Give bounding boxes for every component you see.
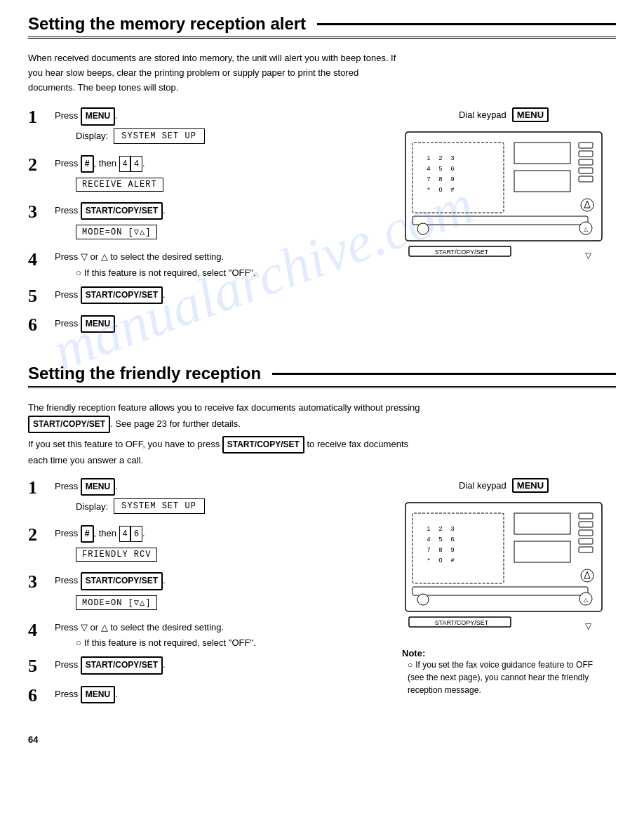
step-2-num: 2 — [28, 155, 49, 176]
s2-step-1-content: Press MENU. Display: SYSTEM SET UP — [55, 478, 377, 517]
s2-step-4-num: 4 — [28, 621, 49, 641]
s2-step-3: 3 Press START/COPY/SET. MODE=ON [▽△] — [28, 572, 377, 611]
s2-step-1: 1 Press MENU. Display: SYSTEM SET UP — [28, 478, 377, 517]
step-1-num: 1 — [28, 107, 49, 128]
menu-key-2[interactable]: MENU — [81, 315, 115, 333]
step-4-note: If this feature is not required, select … — [76, 267, 377, 278]
step-5-num: 5 — [28, 286, 49, 307]
s2-step-4-note: If this feature is not required, select … — [76, 637, 377, 648]
svg-rect-14 — [514, 143, 570, 164]
s2-display-label-1: Display: — [76, 501, 108, 512]
fax-diagram-1: 1 2 3 4 5 6 7 8 9 * 0 # — [402, 128, 605, 269]
section1: Setting the memory reception alert When … — [28, 14, 616, 344]
s2-step-4-content: Press ▽ or △ to select the desired setti… — [55, 621, 377, 649]
s2-key-4[interactable]: 4 — [119, 526, 131, 542]
s2-display-box-1: SYSTEM SET UP — [114, 498, 205, 514]
hash-key-1[interactable]: # — [81, 155, 94, 173]
svg-rect-51 — [514, 541, 570, 562]
s2-step-6-num: 6 — [28, 686, 49, 706]
s2-step-4: 4 Press ▽ or △ to select the desired set… — [28, 621, 377, 649]
s2-step-1-text: Press MENU. — [55, 478, 377, 496]
svg-text:▽: ▽ — [585, 251, 592, 260]
s2-step-1-display: Display: SYSTEM SET UP — [76, 498, 377, 514]
svg-text:5: 5 — [438, 165, 442, 172]
step-2: 2 Press #, then 44. RECEIVE ALERT — [28, 155, 377, 194]
fax-diagram-2: 1 2 3 4 5 6 7 8 9 * 0 # — [402, 499, 605, 640]
svg-text:2: 2 — [438, 154, 442, 161]
s2-menu-key-2[interactable]: MENU — [81, 686, 115, 703]
s2-display-box-3: MODE=ON [▽△] — [76, 595, 157, 610]
section1-title: Setting the memory reception alert — [28, 14, 616, 39]
svg-text:△: △ — [584, 597, 589, 603]
section2-intro2: If you set this feature to OFF, you have… — [28, 436, 421, 468]
step-1-display: Display: SYSTEM SET UP — [76, 128, 377, 144]
dial-keypad-label-1: Dial keypad — [459, 110, 507, 120]
svg-text:*: * — [427, 557, 430, 564]
step-3-text: Press START/COPY/SET. — [55, 202, 377, 220]
svg-text:0: 0 — [438, 186, 442, 193]
s2-step-5-num: 5 — [28, 656, 49, 677]
section2: Setting the friendly reception The frien… — [28, 364, 616, 715]
svg-text:8: 8 — [438, 176, 442, 183]
start-key-intro2: START/COPY/SET — [222, 436, 304, 454]
s2-step-6-content: Press MENU. — [55, 686, 377, 706]
svg-rect-17 — [579, 159, 593, 165]
svg-text:1: 1 — [427, 525, 430, 532]
svg-rect-20 — [514, 171, 570, 192]
s2-step-2-content: Press #, then 46. FRIENDLY RCV — [55, 525, 377, 564]
svg-text:3: 3 — [450, 154, 454, 161]
section2-note: Note: If you set the fax voice guidance … — [402, 648, 605, 696]
svg-rect-16 — [579, 151, 593, 157]
menu-diagram-key-2: MENU — [512, 478, 549, 493]
s2-step-3-num: 3 — [28, 572, 49, 593]
s2-menu-key-1[interactable]: MENU — [81, 478, 115, 496]
step-6-num: 6 — [28, 315, 49, 336]
svg-rect-18 — [579, 168, 593, 173]
s2-hash-key[interactable]: # — [81, 525, 94, 543]
section2-title: Setting the friendly reception — [28, 364, 616, 388]
key-4b[interactable]: 4 — [130, 156, 142, 172]
s2-step-3-content: Press START/COPY/SET. MODE=ON [▽△] — [55, 572, 377, 611]
svg-rect-46 — [579, 513, 593, 519]
svg-text:4: 4 — [427, 165, 430, 172]
step-6-text: Press MENU. — [55, 315, 377, 333]
svg-text:START/COPY/SET: START/COPY/SET — [435, 249, 489, 256]
svg-rect-47 — [579, 522, 593, 527]
dial-keypad-label-2: Dial keypad — [459, 480, 507, 491]
display-box-3: MODE=ON [▽△] — [76, 225, 157, 239]
s2-key-6[interactable]: 6 — [130, 526, 142, 542]
diagram-label-1: Dial keypad MENU — [459, 107, 549, 122]
step-6: 6 Press MENU. — [28, 315, 377, 336]
svg-text:*: * — [427, 186, 430, 193]
section2-diagram: Dial keypad MENU 1 2 3 4 5 6 7 8 9 * 0 # — [391, 478, 616, 715]
key-4a[interactable]: 4 — [119, 156, 131, 172]
step-5: 5 Press START/COPY/SET. — [28, 286, 377, 307]
step-3-num: 3 — [28, 202, 49, 223]
s2-step-2-num: 2 — [28, 525, 49, 545]
svg-text:8: 8 — [438, 546, 442, 553]
start-copy-set-key-2[interactable]: START/COPY/SET — [81, 286, 163, 304]
svg-rect-45 — [514, 513, 570, 534]
press-label: Press — [55, 110, 81, 121]
svg-rect-15 — [579, 143, 593, 148]
svg-text:4: 4 — [427, 536, 430, 543]
menu-key[interactable]: MENU — [81, 107, 115, 125]
svg-rect-52 — [412, 587, 588, 595]
svg-text:9: 9 — [450, 546, 454, 553]
step-1: 1 Press MENU. Display: SYSTEM SET UP — [28, 107, 377, 146]
section1-diagram: Dial keypad MENU 1 2 3 4 5 6 7 8 9 * 0 — [391, 107, 616, 344]
svg-text:7: 7 — [427, 176, 430, 183]
svg-text:▽: ▽ — [585, 621, 592, 631]
s2-step-6-text: Press MENU. — [55, 686, 377, 703]
s2-step-2-text: Press #, then 46. — [55, 525, 377, 543]
page-number: 64 — [28, 734, 616, 745]
menu-diagram-key-1: MENU — [512, 107, 549, 122]
s2-step-3-text: Press START/COPY/SET. — [55, 572, 377, 590]
display-box-2: RECEIVE ALERT — [76, 178, 163, 192]
step-4-num: 4 — [28, 250, 49, 270]
step-5-content: Press START/COPY/SET. — [55, 286, 377, 307]
s2-start-key-2[interactable]: START/COPY/SET — [81, 656, 163, 674]
s2-step-4-text: Press ▽ or △ to select the desired setti… — [55, 621, 377, 635]
start-copy-set-key-1[interactable]: START/COPY/SET — [81, 202, 163, 220]
s2-start-key-1[interactable]: START/COPY/SET — [81, 572, 163, 590]
